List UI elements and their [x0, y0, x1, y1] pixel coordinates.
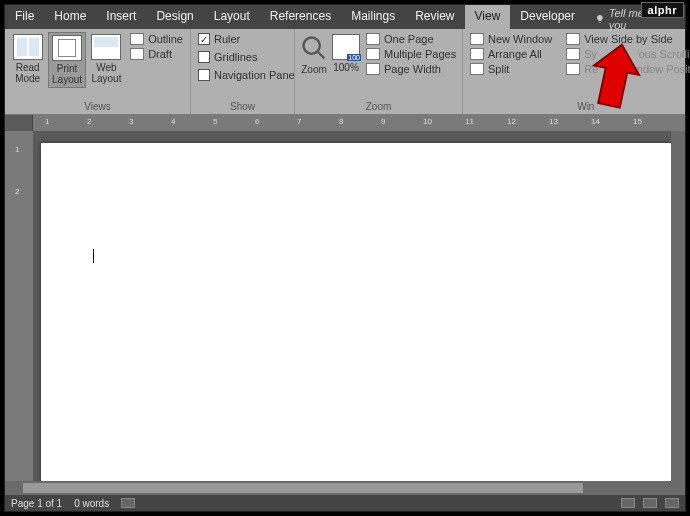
window-group-label: Win — [463, 100, 690, 114]
one-page-button[interactable]: One Page — [363, 32, 459, 46]
page-width-icon — [366, 63, 380, 75]
tab-developer[interactable]: Developer — [510, 5, 585, 29]
lightbulb-icon — [595, 13, 605, 25]
scrollbar-vertical[interactable] — [671, 131, 685, 481]
scrollbar-horizontal[interactable] — [5, 481, 685, 495]
page-width-button[interactable]: Page Width — [363, 62, 459, 76]
status-bar: Page 1 of 1 0 words — [5, 495, 685, 511]
word-count[interactable]: 0 words — [74, 498, 109, 509]
print-layout-button[interactable]: Print Layout — [48, 32, 85, 88]
checkbox-icon: ✓ — [198, 33, 210, 45]
draft-button[interactable]: Draft — [127, 47, 186, 61]
view-web-icon[interactable] — [665, 498, 679, 508]
svg-point-0 — [304, 38, 320, 54]
tab-insert[interactable]: Insert — [96, 5, 146, 29]
zoom-label: Zoom — [301, 64, 327, 75]
views-group-label: Views — [5, 100, 190, 114]
zoom-100-button[interactable]: 100 100% — [331, 32, 361, 75]
zoom-button[interactable]: Zoom — [299, 32, 329, 77]
zoom-100-icon: 100 — [332, 34, 360, 60]
split-icon — [470, 63, 484, 75]
side-by-side-icon — [566, 33, 580, 45]
ribbon-tabs: File Home Insert Design Layout Reference… — [5, 5, 685, 29]
tab-mailings[interactable]: Mailings — [341, 5, 405, 29]
show-group-label: Show — [191, 100, 294, 114]
tab-references[interactable]: References — [260, 5, 341, 29]
print-layout-label: Print Layout — [50, 63, 83, 85]
tab-design[interactable]: Design — [146, 5, 203, 29]
arrange-all-button[interactable]: Arrange All — [467, 47, 555, 61]
read-mode-button[interactable]: Read Mode — [9, 32, 46, 86]
nav-pane-checkbox[interactable]: Navigation Pane — [195, 68, 298, 82]
web-layout-button[interactable]: Web Layout — [88, 32, 125, 86]
svg-line-1 — [318, 52, 325, 59]
ribbon: Read Mode Print Layout Web Layout Outlin… — [5, 29, 685, 115]
document-area[interactable] — [33, 131, 685, 481]
draft-icon — [130, 48, 144, 60]
sync-scroll-icon — [566, 48, 580, 60]
multiple-pages-button[interactable]: Multiple Pages — [363, 47, 459, 61]
spellcheck-icon[interactable] — [121, 498, 135, 508]
zoom-100-label: 100% — [333, 62, 359, 73]
outline-button[interactable]: Outline — [127, 32, 186, 46]
view-print-icon[interactable] — [643, 498, 657, 508]
page[interactable] — [41, 143, 671, 481]
web-layout-icon — [91, 34, 121, 60]
tab-file[interactable]: File — [5, 5, 44, 29]
reset-window-position-button: Reset Window Positi — [563, 62, 690, 76]
outline-icon — [130, 33, 144, 45]
arrange-all-icon — [470, 48, 484, 60]
sync-scrolling-button: Synchronous Scrolling — [563, 47, 690, 61]
new-window-icon — [470, 33, 484, 45]
one-page-icon — [366, 33, 380, 45]
view-read-icon[interactable] — [621, 498, 635, 508]
watermark: alphr — [641, 2, 684, 18]
gridlines-checkbox[interactable]: Gridlines — [195, 50, 298, 64]
web-layout-label: Web Layout — [89, 62, 124, 84]
multiple-pages-icon — [366, 48, 380, 60]
checkbox-icon — [198, 51, 210, 63]
checkbox-icon — [198, 69, 210, 81]
split-button[interactable]: Split — [467, 62, 555, 76]
page-count[interactable]: Page 1 of 1 — [11, 498, 62, 509]
read-mode-label: Read Mode — [10, 62, 45, 84]
print-layout-icon — [52, 35, 82, 61]
zoom-group-label: Zoom — [295, 100, 462, 114]
reset-pos-icon — [566, 63, 580, 75]
tab-home[interactable]: Home — [44, 5, 96, 29]
read-mode-icon — [13, 34, 43, 60]
text-cursor — [93, 249, 94, 263]
tab-view[interactable]: View — [465, 5, 511, 29]
ruler-vertical[interactable]: 12 — [5, 131, 33, 481]
magnifier-icon — [300, 34, 328, 62]
tab-layout[interactable]: Layout — [204, 5, 260, 29]
tab-review[interactable]: Review — [405, 5, 464, 29]
view-side-by-side-button[interactable]: View Side by Side — [563, 32, 690, 46]
ruler-horizontal[interactable]: 123456789101112131415 — [5, 115, 685, 131]
new-window-button[interactable]: New Window — [467, 32, 555, 46]
ruler-checkbox[interactable]: ✓Ruler — [195, 32, 298, 46]
